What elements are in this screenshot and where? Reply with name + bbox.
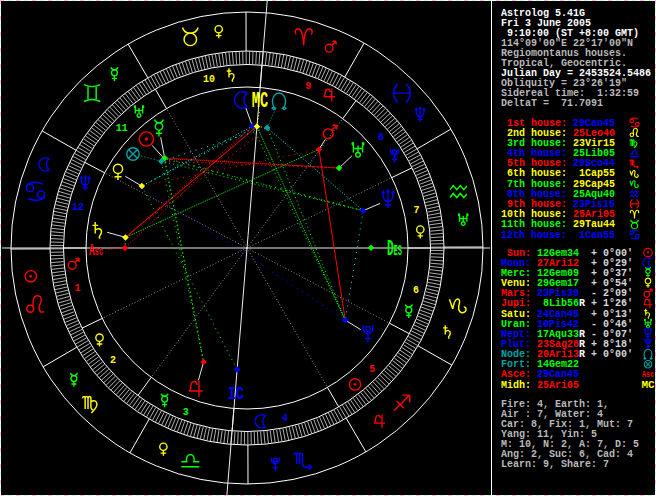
svg-text:Learn: 9, Share: 7: Learn: 9, Share: 7 <box>501 459 609 470</box>
svg-text:7: 7 <box>414 205 420 216</box>
svg-text:11: 11 <box>116 123 128 134</box>
svg-text:MC: MC <box>641 379 655 391</box>
svg-text:Asc: Asc <box>89 241 103 260</box>
svg-text:R: R <box>579 349 585 360</box>
svg-text:12: 12 <box>72 202 84 213</box>
svg-text:5: 5 <box>369 364 375 375</box>
svg-text:Midh:: Midh: <box>501 380 531 391</box>
svg-text:8: 8 <box>378 132 384 143</box>
svg-text:R: R <box>579 298 585 309</box>
svg-text:9: 9 <box>305 81 311 92</box>
svg-text:IC: IC <box>228 382 244 404</box>
svg-text:+ 0°00': + 0°00' <box>591 349 633 360</box>
svg-text:3: 3 <box>183 407 189 418</box>
svg-text:4: 4 <box>282 413 288 424</box>
svg-text:2: 2 <box>110 355 116 366</box>
svg-text:MC: MC <box>252 89 268 113</box>
svg-text:10: 10 <box>203 74 215 85</box>
svg-text:DeltaT = 71.7091: DeltaT = 71.7091 <box>501 98 603 109</box>
svg-text:1Can55: 1Can55 <box>573 230 615 241</box>
svg-text:12th house:: 12th house: <box>501 230 567 241</box>
svg-text:6: 6 <box>413 285 419 296</box>
svg-text:25Ari05: 25Ari05 <box>537 380 579 391</box>
svg-text:1: 1 <box>74 283 80 294</box>
